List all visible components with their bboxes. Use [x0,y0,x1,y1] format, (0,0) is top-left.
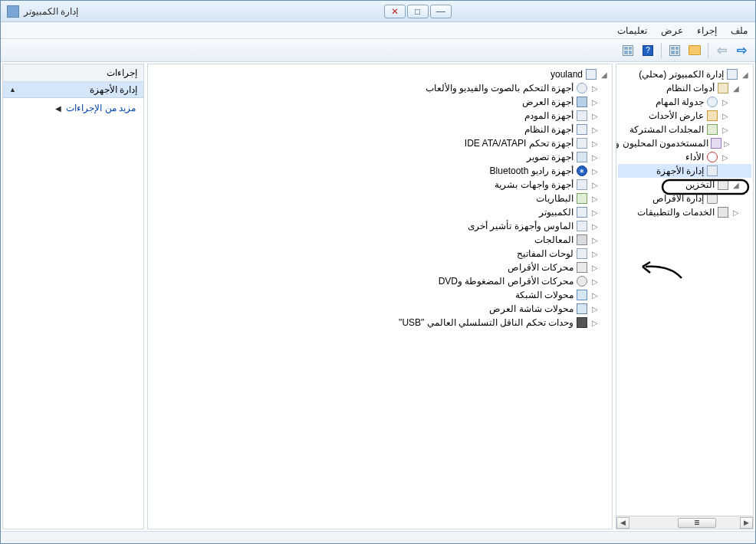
device-category-hid[interactable]: ▷أجهزة واجهات بشرية [150,178,610,192]
nav-device-manager[interactable]: إدارة الأجهزة [618,164,751,178]
expander-icon[interactable]: ▷ [590,319,600,327]
dvd-icon [577,276,587,287]
nav-label: المجلدات المشتركة [629,124,704,135]
expander-icon[interactable]: ▷ [721,153,730,162]
nav-performance[interactable]: ▷ الأداء [618,150,751,164]
menu-view[interactable]: عرض [658,24,686,38]
device-category-av[interactable]: ▷أجهزة التحكم بالصوت والفيديو والألعاب [150,81,610,95]
expander-icon[interactable]: ▷ [590,291,600,300]
expander-icon[interactable]: ▷ [721,126,730,134]
expander-icon[interactable]: ◢ [731,181,741,189]
navigation-pane: ◢ إدارة الكمبيوتر (محلي) ◢ أدوات النظام … [616,64,754,529]
expander-icon[interactable]: ▷ [590,250,600,258]
nav-back-button[interactable]: ⇨ [732,41,751,60]
arrow-left-icon: ⇦ [717,43,727,57]
expander-icon[interactable]: ▷ [590,98,600,107]
ide-icon [577,138,587,149]
device-category-label: وحدات تحكم الناقل التسلسلي العالمي "USB" [399,317,574,328]
up-button[interactable] [685,41,704,60]
expander-icon[interactable]: ▷ [590,126,600,134]
disk-icon [707,193,718,204]
nav-system-tools[interactable]: ◢ أدوات النظام [618,81,751,95]
expander-icon[interactable]: ▷ [590,84,600,93]
device-category-system[interactable]: ▷أجهزة النظام [150,123,610,136]
help-button[interactable]: ? [639,41,657,60]
device-category-mouse[interactable]: ▷الماوس وأجهزة تأشير أخرى [150,219,610,233]
actions-group-device-manager[interactable]: إدارة الأجهزة ▲ [3,82,143,98]
device-category-display[interactable]: ▷أجهزة العرض [150,95,610,109]
expander-icon[interactable]: ▷ [590,153,600,162]
device-category-gpu[interactable]: ▷محولات شاشة العرض [150,302,610,316]
device-root[interactable]: ◢ youland [150,67,610,81]
minimize-button[interactable]: — [430,5,452,18]
expander-icon[interactable]: ▷ [590,236,600,244]
expander-icon[interactable]: ▷ [721,112,730,120]
expander-icon[interactable]: ▷ [590,305,600,313]
expander-icon[interactable]: ◢ [741,70,750,79]
expander-icon[interactable]: ▷ [721,98,730,107]
actions-more-label: مزيد من الإجراءات [66,103,136,113]
expander-icon[interactable]: ▷ [590,139,600,148]
close-button[interactable]: ✕ [384,5,406,18]
nav-label: المستخدمون المحليون والـ [616,138,708,149]
view-grid-button[interactable] [666,41,684,60]
nav-label: أدوات النظام [666,83,715,93]
nav-root[interactable]: ◢ إدارة الكمبيوتر (محلي) [618,67,751,81]
menu-file[interactable]: ملف [728,24,751,38]
menu-action[interactable]: إجراء [694,24,720,38]
expander-icon[interactable]: ▷ [590,208,600,217]
tools-icon [718,83,728,93]
expander-icon[interactable]: ▷ [590,222,600,231]
expander-icon[interactable]: ▷ [590,195,600,203]
device-category-bt[interactable]: ▷∗أجهزة راديو Bluetooth [150,164,610,178]
event-icon [707,110,718,121]
scroll-left-button[interactable]: ◀ [616,517,629,529]
nav-storage[interactable]: ◢ التخزين [618,178,751,192]
expander-icon[interactable]: ◢ [600,70,609,79]
device-category-imaging[interactable]: ▷أجهزة تصوير [150,150,610,164]
actions-more-link[interactable]: مزيد من الإجراءات ◀ [3,98,143,118]
device-category-kbd[interactable]: ▷لوحات المفاتيح [150,247,610,261]
nav-services-apps[interactable]: ▷ الخدمات والتطبيقات [618,205,751,219]
device-category-hdd[interactable]: ▷محركات الأقراص [150,261,610,274]
device-category-usb[interactable]: ▷وحدات تحكم الناقل التسلسلي العالمي "USB… [150,316,610,329]
expander-icon[interactable]: ▷ [590,112,600,120]
nav-forward-button[interactable]: ⇦ [712,41,731,60]
maximize-button[interactable]: □ [407,5,429,18]
expander-icon[interactable]: ▷ [731,208,741,217]
nav-horizontal-scrollbar[interactable]: ▶ ≡ ◀ [616,516,753,529]
pc-icon [577,207,587,218]
titlebar: ✕ □ — إدارة الكمبيوتر [1,1,755,22]
device-category-ide[interactable]: ▷أجهزة تحكم IDE ATA/ATAPI [150,136,610,150]
expander-icon[interactable]: ▷ [590,264,600,272]
nav-shared-folders[interactable]: ▷ المجلدات المشتركة [618,123,751,136]
nav-label: الخدمات والتطبيقات [637,207,715,218]
expander-icon[interactable]: ▷ [590,277,600,286]
hdd-icon [577,262,587,273]
device-category-pc[interactable]: ▷الكمبيوتر [150,205,610,219]
device-category-modem[interactable]: ▷أجهزة المودم [150,109,610,123]
expander-icon[interactable]: ▷ [590,167,600,175]
mouse-icon [577,221,587,231]
nav-local-users[interactable]: ▷ المستخدمون المحليون والـ [618,136,751,150]
expander-icon[interactable]: ▷ [724,139,730,148]
device-category-dvd[interactable]: ▷محركات الأقراص المضغوطة وDVD [150,274,610,288]
device-category-bat[interactable]: ▷البطاريات [150,192,610,205]
chevron-left-icon: ◀ [55,104,61,113]
computer-icon [727,69,738,80]
scroll-thumb[interactable]: ≡ [678,518,716,528]
device-category-label: أجهزة واجهات بشرية [495,179,574,190]
toolbar-separator [708,43,708,58]
scheduler-icon [707,97,718,107]
nav-task-scheduler[interactable]: ▷ جدولة المهام [618,95,751,109]
nav-disk-management[interactable]: إدارة الأقراص [618,192,751,205]
menu-help[interactable]: تعليمات [614,24,650,38]
device-category-label: لوحات المفاتيح [517,248,574,259]
device-category-net[interactable]: ▷محولات الشبكة [150,288,610,302]
expander-icon[interactable]: ▷ [590,181,600,189]
device-category-cpu[interactable]: ▷المعالجات [150,233,610,247]
view-list-button[interactable] [619,41,637,60]
nav-event-viewer[interactable]: ▷ عارض الأحداث [618,109,751,123]
scroll-right-button[interactable]: ▶ [740,517,753,529]
expander-icon[interactable]: ◢ [731,84,741,93]
